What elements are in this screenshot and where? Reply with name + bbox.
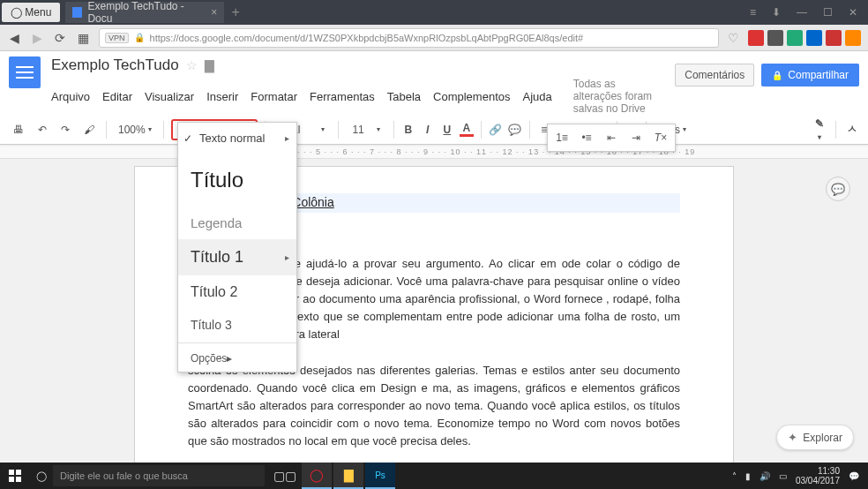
menu-ajuda[interactable]: Ajuda xyxy=(522,90,551,103)
comment-bubble-icon: 💬 xyxy=(831,183,845,196)
bulleted-list-icon[interactable]: •≡ xyxy=(576,128,597,147)
taskbar-clock[interactable]: 11:30 03/04/2017 xyxy=(796,466,840,485)
start-button[interactable] xyxy=(0,463,30,489)
download-icon[interactable]: ⬇ xyxy=(772,6,781,19)
reload-icon[interactable]: ⟳ xyxy=(53,31,67,45)
bold-icon[interactable]: B xyxy=(401,124,415,136)
menu-formatar[interactable]: Formatar xyxy=(251,90,297,103)
menu-divider xyxy=(178,342,296,343)
task-view-icon[interactable]: ▢▢ xyxy=(270,463,300,489)
browser-tab[interactable]: Exemplo TechTudo - Docu × xyxy=(65,2,224,23)
ext-icon-5[interactable] xyxy=(826,30,842,46)
svg-rect-3 xyxy=(16,477,21,482)
explore-button[interactable]: ✦ Explorar xyxy=(776,425,854,450)
print-icon[interactable]: 🖶 xyxy=(9,120,28,139)
text-color-icon[interactable]: A xyxy=(460,122,474,137)
browser-titlebar: ◯ Menu Exemplo TechTudo - Docu × + ≡ ⬇ —… xyxy=(0,0,868,25)
decrease-indent-icon[interactable]: ⇤ xyxy=(601,128,622,147)
menu-complementos[interactable]: Complementos xyxy=(433,90,510,103)
tray-language-icon[interactable]: ▭ xyxy=(779,471,787,481)
style-option-titulo1[interactable]: Título 1▸ xyxy=(178,239,296,275)
share-button[interactable]: Compartilhar xyxy=(761,64,859,87)
url-bar[interactable]: VPN 🔒 https://docs.google.com/document/d… xyxy=(99,28,719,48)
style-option-titulo3[interactable]: Título 3 xyxy=(178,309,296,341)
browser-menu-button[interactable]: ◯ Menu xyxy=(2,3,60,22)
forward-icon[interactable]: ▶ xyxy=(30,31,44,45)
ext-icon-4[interactable] xyxy=(806,30,822,46)
menu-ferramentas[interactable]: Ferramentas xyxy=(310,90,375,103)
taskbar-search[interactable]: Digite ele ou fale o que busca xyxy=(53,465,265,486)
font-size-dropdown[interactable]: 11 ▾ xyxy=(346,120,385,139)
numbered-list-icon[interactable]: 1≡ xyxy=(551,128,572,147)
ext-icon-1[interactable] xyxy=(748,30,764,46)
folder-icon[interactable]: ▇ xyxy=(205,58,214,72)
ext-icon-6[interactable] xyxy=(845,30,861,46)
ext-icon-2[interactable] xyxy=(767,30,783,46)
extension-icons xyxy=(748,30,861,46)
increase-indent-icon[interactable]: ⇥ xyxy=(625,128,647,147)
docs-header: Exemplo TechTudo ☆ ▇ Arquivo Editar Visu… xyxy=(0,51,868,115)
style-option-titulo[interactable]: Título xyxy=(178,154,296,207)
maximize-icon[interactable]: ☐ xyxy=(823,6,833,19)
add-comment-bubble[interactable]: 💬 xyxy=(826,177,850,201)
document-area: -colonial e o Brasil Colônia onial manei… xyxy=(0,159,868,484)
save-status: Todas as alterações foram salvas no Driv… xyxy=(573,78,665,115)
lock-icon: 🔒 xyxy=(134,33,145,42)
windows-icon xyxy=(9,470,21,482)
menu-visualizar[interactable]: Visualizar xyxy=(145,90,194,103)
svg-rect-1 xyxy=(16,470,21,475)
undo-icon[interactable]: ↶ xyxy=(34,120,51,139)
paint-format-icon[interactable]: 🖌 xyxy=(79,120,99,139)
comments-button[interactable]: Comentários xyxy=(675,64,754,87)
notifications-icon[interactable]: 💬 xyxy=(849,471,859,481)
style-option-normal[interactable]: Texto normal▸ xyxy=(178,123,296,154)
zoom-dropdown[interactable]: 100% ▾ xyxy=(114,120,156,139)
underline-icon[interactable]: U xyxy=(440,124,454,136)
cortana-icon[interactable]: ◯ xyxy=(30,470,53,482)
tray-network-icon[interactable]: ▮ xyxy=(745,471,751,481)
menu-inserir[interactable]: Inserir xyxy=(206,90,238,103)
menu-editar[interactable]: Editar xyxy=(102,90,132,103)
tray-chevron-icon[interactable]: ˄ xyxy=(732,471,737,481)
search-placeholder: Digite ele ou fale o que busca xyxy=(60,470,188,481)
close-window-icon[interactable]: ✕ xyxy=(849,6,857,19)
speed-dial-icon[interactable]: ▦ xyxy=(76,31,90,45)
menu-tabela[interactable]: Tabela xyxy=(387,90,421,103)
browser-navbar: ◀ ▶ ⟳ ▦ VPN 🔒 https://docs.google.com/do… xyxy=(0,25,868,51)
tray-volume-icon[interactable]: 🔊 xyxy=(760,471,770,481)
editing-mode-icon[interactable]: ✎ ▾ xyxy=(812,117,827,142)
clear-formatting-icon[interactable]: T× xyxy=(650,128,671,147)
ruler[interactable]: · · · 1 · · · 2 · · · 3 · · · 4 · · · 5 … xyxy=(0,145,868,159)
style-option-titulo2[interactable]: Título 2 xyxy=(178,275,296,309)
menu-bar: Arquivo Editar Visualizar Inserir Format… xyxy=(51,78,664,115)
floating-list-toolbar: 1≡ •≡ ⇤ ⇥ T× xyxy=(547,124,676,152)
new-tab-button[interactable]: + xyxy=(224,4,246,20)
style-option-legenda[interactable]: Legenda xyxy=(178,207,296,239)
minimize-icon[interactable]: — xyxy=(797,6,807,19)
document-title[interactable]: Exemplo TechTudo xyxy=(51,56,179,74)
insert-comment-icon[interactable]: 💬 xyxy=(508,124,522,136)
italic-icon[interactable]: I xyxy=(421,124,435,136)
redo-icon[interactable]: ↷ xyxy=(56,120,74,139)
taskbar-app-photoshop[interactable]: Ps xyxy=(365,463,395,489)
back-icon[interactable]: ◀ xyxy=(7,31,21,45)
window-controls: ≡ ⬇ — ☐ ✕ xyxy=(750,6,868,19)
taskbar-app-opera[interactable]: ◯ xyxy=(302,463,332,489)
url-text: https://docs.google.com/document/d/1WZS0… xyxy=(150,33,584,43)
menu-arquivo[interactable]: Arquivo xyxy=(51,90,90,103)
toolbar: 🖶 ↶ ↷ 🖌 100% ▾ Texto normal▾ Arial ▾ 11 … xyxy=(0,115,868,145)
star-icon[interactable]: ☆ xyxy=(186,58,198,72)
docs-logo-icon[interactable] xyxy=(9,56,41,88)
document-paragraph-2[interactable]: scolha os elementos desejados nas difere… xyxy=(188,362,680,451)
windows-taskbar: ◯ Digite ele ou fale o que busca ▢▢ ◯ ▇ … xyxy=(0,463,868,489)
insert-link-icon[interactable]: 🔗 xyxy=(489,124,503,136)
style-options[interactable]: Opções▸ xyxy=(178,345,296,372)
history-icon[interactable]: ≡ xyxy=(750,6,756,19)
taskbar-app-explorer[interactable]: ▇ xyxy=(333,463,363,489)
ext-icon-3[interactable] xyxy=(787,30,803,46)
hide-menus-icon[interactable]: ㅅ xyxy=(845,122,859,137)
bookmark-icon[interactable]: ♡ xyxy=(728,31,739,45)
explore-icon: ✦ xyxy=(788,431,797,444)
tab-close-icon[interactable]: × xyxy=(211,6,217,19)
opera-icon: ◯ xyxy=(11,6,22,19)
